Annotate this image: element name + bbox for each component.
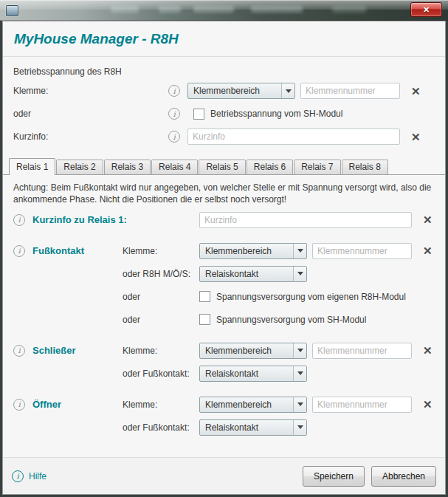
versorgung-sh-modul-checkbox[interactable]: [199, 314, 210, 325]
relaiskontakt-dropdown[interactable]: Relaiskontakt: [199, 266, 307, 282]
tab-relais-5[interactable]: Relais 5: [199, 160, 245, 174]
tab-relais-4[interactable]: Relais 4: [151, 160, 198, 174]
save-button[interactable]: Speichern: [303, 466, 365, 487]
relais-tab-panel: Achtung: Beim Fußkontakt wird nur angege…: [3, 174, 445, 436]
fusskontakt-klemme-row: i Fußkontakt Klemme: Klemmenbereich ✕: [13, 242, 435, 260]
info-icon[interactable]: i: [168, 85, 180, 97]
titlebar-glass-sheen: [0, 0, 448, 10]
klemme-row: Klemme: i Klemmenbereich ✕: [13, 82, 435, 100]
info-icon[interactable]: i: [168, 108, 180, 120]
warning-text: Achtung: Beim Fußkontakt wird nur angege…: [13, 182, 435, 206]
tab-relais-2[interactable]: Relais 2: [56, 160, 103, 174]
clear-icon[interactable]: ✕: [423, 345, 433, 356]
relais-kurzinfo-row: i Kurzinfo zu Relais 1: ✕: [13, 211, 435, 229]
betriebsspannung-sh-row: oder i Betriebsspannung vom SH-Modul: [13, 105, 435, 123]
klemmenbereich-dropdown[interactable]: Klemmenbereich: [199, 397, 307, 413]
tab-relais-7[interactable]: Relais 7: [294, 160, 340, 174]
clear-icon[interactable]: ✕: [423, 214, 433, 225]
window-titlebar[interactable]: ✕: [0, 0, 448, 21]
dialog-footer: i Hilfe Speichern Abbrechen: [3, 457, 445, 494]
info-icon[interactable]: i: [168, 131, 180, 143]
footer-buttons: Speichern Abbrechen: [296, 466, 436, 487]
info-icon[interactable]: i: [13, 245, 25, 257]
window-icon: [6, 5, 18, 16]
help-link[interactable]: i Hilfe: [12, 470, 46, 482]
dialog-window: ✕ MyHouse Manager - R8H Betriebsspannung…: [0, 0, 448, 497]
chevron-down-icon: [281, 83, 294, 98]
clear-icon[interactable]: ✕: [423, 245, 433, 256]
kurzinfo-label: Kurzinfo:: [13, 131, 168, 142]
kurzinfo-row: Kurzinfo: i ✕: [13, 128, 435, 145]
close-icon: ✕: [423, 6, 430, 14]
dropdown-selected-value: Klemmenbereich: [188, 83, 281, 98]
dropdown-selected-value: Relaiskontakt: [200, 267, 293, 281]
cancel-button[interactable]: Abbrechen: [371, 466, 436, 487]
tab-relais-6[interactable]: Relais 6: [247, 160, 293, 174]
dialog-title: MyHouse Manager - R8H: [14, 31, 445, 47]
klemmenbereich-dropdown[interactable]: Klemmenbereich: [199, 243, 307, 259]
klemme-label: Klemme:: [123, 400, 199, 410]
versorgung-eigenes-r8h-checkbox[interactable]: [199, 291, 210, 302]
chevron-down-icon: [293, 244, 306, 258]
dropdown-selected-value: Klemmenbereich: [200, 343, 293, 358]
oder-label: oder: [123, 315, 199, 325]
relais-kurzinfo-input[interactable]: [199, 212, 412, 228]
tab-relais-8[interactable]: Relais 8: [342, 160, 388, 174]
klemmenbereich-dropdown[interactable]: Klemmenbereich: [199, 343, 307, 359]
klemmennummer-input[interactable]: [312, 243, 412, 259]
dropdown-selected-value: Relaiskontakt: [200, 366, 293, 381]
relaiskontakt-dropdown[interactable]: Relaiskontakt: [199, 419, 307, 436]
help-label: Hilfe: [29, 471, 46, 481]
klemmennummer-input[interactable]: [312, 343, 412, 359]
dropdown-selected-value: Klemmenbereich: [200, 244, 293, 258]
info-icon[interactable]: i: [13, 214, 25, 226]
checkbox-label: Spannungsversorgung vom eigenen R8H-Modu…: [216, 292, 406, 302]
dialog-body: MyHouse Manager - R8H Betriebsspannung d…: [2, 21, 446, 495]
klemmenbereich-dropdown[interactable]: Klemmenbereich: [187, 83, 295, 99]
klemmennummer-input[interactable]: [300, 83, 400, 99]
section-heading: Betriebsspannung des R8H: [13, 66, 435, 77]
clear-icon[interactable]: ✕: [423, 399, 433, 410]
oder-fusskontakt-label: oder Fußkontakt:: [123, 369, 199, 379]
klemmennummer-input[interactable]: [312, 397, 412, 413]
oeffner-klemme-row: i Öffner Klemme: Klemmenbereich ✕: [13, 396, 435, 414]
dropdown-selected-value: Klemmenbereich: [200, 397, 293, 412]
relais-kurzinfo-label: Kurzinfo zu Relais 1:: [32, 214, 199, 225]
fusskontakt-heading: Fußkontakt: [32, 245, 123, 256]
schliesser-relaiskontakt-row: oder Fußkontakt: Relaiskontakt: [13, 365, 435, 383]
tab-relais-3[interactable]: Relais 3: [104, 160, 151, 174]
klemme-label: Klemme:: [13, 86, 168, 96]
checkbox-label: Betriebsspannung vom SH-Modul: [210, 109, 342, 119]
checkbox-label: Spannungsversorgung vom SH-Modul: [216, 315, 366, 325]
klemme-label: Klemme:: [123, 346, 199, 356]
tab-relais-1[interactable]: Relais 1: [9, 158, 55, 175]
schliesser-klemme-row: i Schließer Klemme: Klemmenbereich ✕: [13, 342, 435, 360]
window-close-button[interactable]: ✕: [410, 2, 442, 17]
chevron-down-icon: [293, 420, 306, 435]
header-divider: [3, 56, 445, 57]
chevron-down-icon: [293, 343, 306, 358]
kurzinfo-input[interactable]: [187, 128, 400, 145]
dropdown-selected-value: Relaiskontakt: [200, 420, 293, 435]
clear-icon[interactable]: ✕: [411, 86, 421, 97]
info-icon[interactable]: i: [13, 345, 25, 357]
fusskontakt-sh-modul-row: oder Spannungsversorgung vom SH-Modul: [13, 311, 435, 329]
oder-r8h-label: oder R8H M/Ö/S:: [123, 269, 199, 279]
chevron-down-icon: [293, 366, 306, 381]
relaiskontakt-dropdown[interactable]: Relaiskontakt: [199, 366, 307, 382]
chevron-down-icon: [293, 267, 306, 281]
help-icon: i: [12, 470, 24, 482]
fusskontakt-eigenes-modul-row: oder Spannungsversorgung vom eigenen R8H…: [13, 288, 435, 306]
oder-label: oder: [13, 109, 168, 119]
info-icon[interactable]: i: [13, 399, 25, 411]
oeffner-relaiskontakt-row: oder Fußkontakt: Relaiskontakt: [13, 419, 435, 436]
oder-fusskontakt-label: oder Fußkontakt:: [123, 422, 199, 433]
betriebsspannung-sh-modul-checkbox[interactable]: [193, 109, 204, 120]
oeffner-heading: Öffner: [32, 399, 123, 410]
fusskontakt-relaiskontakt-row: oder R8H M/Ö/S: Relaiskontakt: [13, 265, 435, 283]
schliesser-heading: Schließer: [32, 345, 123, 356]
clear-icon[interactable]: ✕: [411, 131, 421, 143]
chevron-down-icon: [293, 397, 306, 412]
relais-tabs: Relais 1 Relais 2 Relais 3 Relais 4 Rela…: [3, 156, 445, 174]
klemme-label: Klemme:: [123, 246, 199, 256]
